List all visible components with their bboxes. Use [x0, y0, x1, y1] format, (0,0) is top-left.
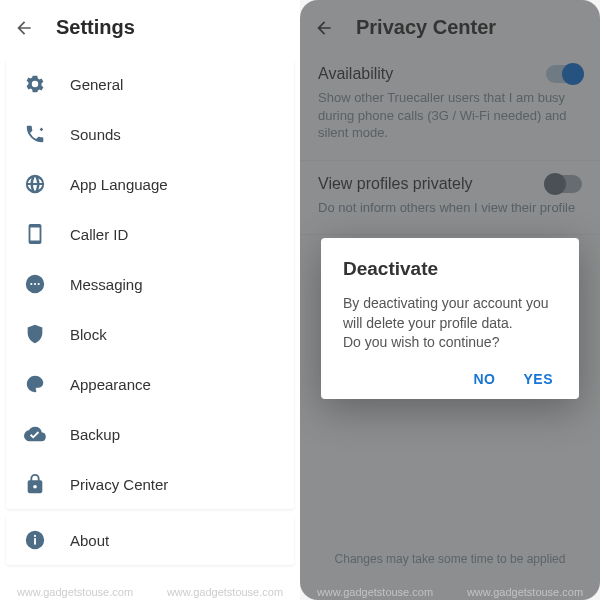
svg-point-1 [30, 283, 32, 285]
shield-check-icon [24, 323, 46, 345]
dialog-no-button[interactable]: NO [473, 371, 495, 387]
list-item-label: Backup [70, 426, 120, 443]
chat-bubble-icon [24, 273, 46, 295]
phone-outline-icon [24, 223, 46, 245]
settings-item-backup[interactable]: Backup [6, 409, 294, 459]
list-item-label: General [70, 76, 123, 93]
settings-header: Settings [0, 0, 300, 51]
globe-icon [24, 173, 46, 195]
settings-item-about[interactable]: About [6, 515, 294, 565]
settings-item-block[interactable]: Block [6, 309, 294, 359]
list-item-label: Caller ID [70, 226, 128, 243]
dialog-body: By deactivating your account you will de… [343, 294, 557, 353]
settings-item-sounds[interactable]: Sounds [6, 109, 294, 159]
lock-icon [24, 473, 46, 495]
settings-item-privacy-center[interactable]: Privacy Center [6, 459, 294, 509]
list-item-label: Block [70, 326, 107, 343]
phone-sound-icon [24, 123, 46, 145]
svg-point-2 [34, 283, 36, 285]
list-item-label: Sounds [70, 126, 121, 143]
info-icon [24, 529, 46, 551]
settings-item-appearance[interactable]: Appearance [6, 359, 294, 409]
cloud-done-icon [24, 423, 46, 445]
settings-item-caller-id[interactable]: Caller ID [6, 209, 294, 259]
dialog-yes-button[interactable]: YES [523, 371, 553, 387]
list-item-label: Messaging [70, 276, 143, 293]
gear-icon [24, 73, 46, 95]
deactivate-dialog: Deactivate By deactivating your account … [321, 238, 579, 399]
settings-item-general[interactable]: General [6, 59, 294, 109]
palette-icon [24, 373, 46, 395]
back-arrow-icon[interactable] [14, 18, 34, 38]
settings-item-messaging[interactable]: Messaging [6, 259, 294, 309]
list-item-label: Appearance [70, 376, 151, 393]
list-item-label: About [70, 532, 109, 549]
page-title: Settings [56, 16, 135, 39]
list-item-label: Privacy Center [70, 476, 168, 493]
svg-point-3 [38, 283, 40, 285]
list-item-label: App Language [70, 176, 168, 193]
svg-rect-5 [34, 538, 36, 544]
settings-item-language[interactable]: App Language [6, 159, 294, 209]
svg-point-6 [34, 535, 36, 537]
dialog-title: Deactivate [343, 258, 557, 280]
